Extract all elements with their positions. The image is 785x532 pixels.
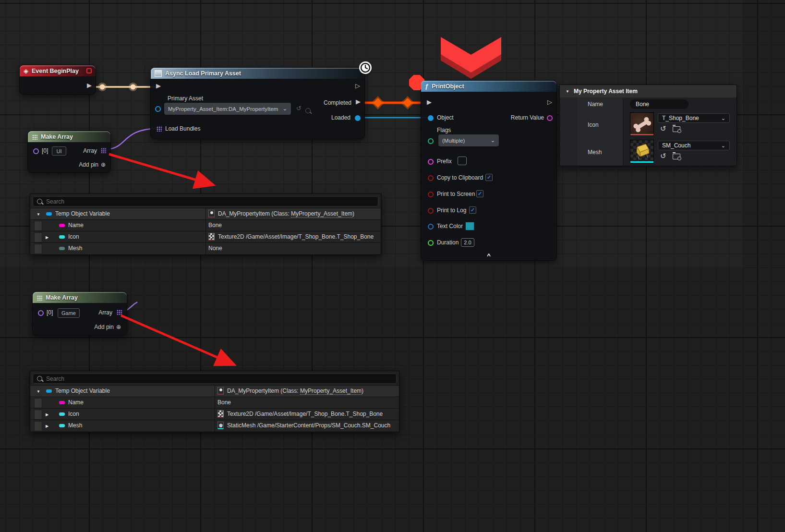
watch-row-name[interactable]: Name Bone: [30, 397, 399, 409]
node-header: ◈ Event BeginPlay: [20, 65, 96, 76]
array-out-pin[interactable]: [116, 309, 122, 315]
flags-label: Flags: [437, 127, 451, 133]
row-gutter: [560, 138, 578, 166]
exec-out-pin[interactable]: ▶: [87, 82, 92, 88]
node-make-array-top[interactable]: Make Array [0] UI Array Add pin ⊕: [27, 131, 111, 173]
node-print-object[interactable]: ƒ PrintObject ▶ ▷ Object Return Value Fl…: [421, 80, 557, 261]
expand-icon[interactable]: ▼: [36, 389, 40, 394]
node-event-beginplay[interactable]: ◈ Event BeginPlay ▶: [19, 65, 96, 95]
texture-pill-icon: [59, 235, 65, 239]
name-pill-icon: [59, 224, 65, 227]
class-link[interactable]: MyProperty_Asset_Item: [291, 210, 352, 218]
print-to-screen-checkbox[interactable]: ✓: [476, 190, 483, 197]
exec-in-pin[interactable]: ▶: [156, 83, 161, 89]
icon-asset-value: T_Shop_Bone: [662, 115, 699, 121]
exec-in-pin[interactable]: ▶: [427, 99, 432, 105]
exec-out-pin[interactable]: ▷: [547, 99, 552, 105]
expand-icon[interactable]: ▶: [46, 424, 48, 428]
watch-row-variable[interactable]: ▼ Temp Object Variable DA_MyPropertyItem…: [30, 385, 399, 397]
icon-label: Icon: [577, 111, 623, 138]
browse-to-asset-icon[interactable]: [673, 126, 680, 132]
node-header: Make Array: [28, 131, 110, 142]
add-pin-label: Add pin: [94, 324, 114, 330]
expand-icon[interactable]: ▼: [36, 212, 40, 217]
browse-to-asset-icon[interactable]: [673, 154, 680, 159]
flags-dropdown[interactable]: (Multiple) ⌄: [438, 134, 499, 146]
details-panel-my-property-asset-item[interactable]: ▼ My Property Asset Item Name Bone Icon …: [559, 85, 737, 166]
watch-row-variable[interactable]: ▼ Temp Object Variable DA_MyPropertyItem…: [30, 208, 381, 220]
copy-to-clipboard-pin[interactable]: [428, 175, 434, 181]
watch-row-mesh[interactable]: ▶ Mesh StaticMesh /Game/StarterContent/P…: [30, 420, 399, 432]
print-to-log-checkbox[interactable]: ✓: [469, 206, 476, 214]
search-icon: [37, 199, 42, 204]
expand-icon[interactable]: ▶: [46, 412, 48, 417]
primary-asset-pin[interactable]: [155, 106, 161, 112]
prefix-pin[interactable]: [428, 159, 434, 165]
element-0-input[interactable]: Game: [58, 308, 80, 318]
element-0-value: Game: [61, 310, 76, 316]
search-input[interactable]: Search: [33, 374, 397, 384]
object-pin[interactable]: [428, 115, 434, 121]
node-make-array-bottom[interactable]: Make Array [0] Game Array Add pin ⊕: [32, 291, 127, 336]
load-bundles-array-pin[interactable]: [156, 126, 162, 132]
browse-asset-icon[interactable]: [305, 108, 311, 113]
name-input[interactable]: Bone: [630, 99, 688, 109]
text-color-label: Text Color: [437, 223, 463, 230]
element-0-pin[interactable]: [33, 148, 39, 154]
class-link[interactable]: MyProperty_Asset_Item: [300, 387, 362, 395]
mesh-thumbnail[interactable]: [630, 140, 654, 163]
print-to-screen-pin[interactable]: [428, 192, 434, 197]
loaded-pin[interactable]: [355, 115, 361, 121]
completed-exec-pin[interactable]: ▶: [356, 98, 361, 105]
add-pin-button[interactable]: Add pin ⊕: [79, 161, 106, 168]
primary-asset-dropdown[interactable]: MyProperty_Asset_Item:DA_MyPropertyItem …: [164, 103, 291, 115]
function-icon: ƒ: [425, 83, 428, 90]
watch-row-mesh[interactable]: Mesh None: [30, 242, 381, 254]
red-arrow-top: [109, 154, 211, 184]
node-async-load-primary-asset[interactable]: Async Load Primary Asset ▶ ▷ Primary Ass…: [150, 67, 365, 139]
prefix-input[interactable]: [458, 157, 467, 165]
expand-icon[interactable]: ▶: [46, 235, 48, 240]
text-color-swatch[interactable]: [465, 222, 474, 230]
completed-label: Completed: [324, 99, 351, 106]
duration-input[interactable]: 2.0: [461, 238, 474, 247]
element-0-pin[interactable]: [38, 310, 44, 316]
object-pill-icon: [46, 212, 52, 216]
mesh-asset-dropdown[interactable]: SM_Couch ⌄: [658, 141, 730, 150]
copy-to-clipboard-checkbox[interactable]: ✓: [485, 174, 493, 181]
element-0-input[interactable]: UI: [52, 146, 66, 156]
element-0-label: [0]: [47, 309, 53, 316]
icon-thumbnail[interactable]: [630, 112, 654, 136]
row-value-cell: Bone: [624, 97, 737, 111]
duration-pin[interactable]: [428, 240, 434, 246]
watch-panel-bottom[interactable]: Search ▼ Temp Object Variable DA_MyPrope…: [30, 371, 399, 432]
watch-row-icon[interactable]: ▶ Icon Texture2D /Game/Asset/Image/T_Sho…: [30, 231, 381, 243]
row-value-cell: SM_Couch ⌄ ↺: [624, 138, 737, 166]
check-icon: ✓: [478, 191, 482, 197]
expand-icon[interactable]: ▼: [566, 89, 569, 94]
macro-icon: [155, 70, 162, 77]
collapse-pins-button[interactable]: ^: [487, 252, 491, 259]
duration-value: 2.0: [464, 240, 471, 245]
watch-row-icon[interactable]: ▶ Icon Texture2D /Game/Asset/Image/T_Sho…: [30, 408, 399, 420]
search-placeholder: Search: [46, 198, 64, 205]
details-title: My Property Asset Item: [574, 88, 638, 95]
text-color-pin[interactable]: [428, 224, 434, 230]
row-label: Name: [68, 222, 84, 229]
icon-asset-dropdown[interactable]: T_Shop_Bone ⌄: [658, 113, 730, 123]
return-value-pin[interactable]: [547, 115, 553, 121]
watch-panel-top[interactable]: Search ▼ Temp Object Variable DA_MyPrope…: [30, 193, 381, 255]
watch-row-name[interactable]: Name Bone: [30, 219, 381, 231]
details-header[interactable]: ▼ My Property Asset Item: [560, 85, 737, 98]
name-value: Bone: [636, 101, 649, 108]
reset-asset-icon[interactable]: ↺: [296, 105, 302, 112]
exec-out-pin[interactable]: ▷: [355, 83, 360, 89]
use-selected-asset-icon[interactable]: ↺: [660, 125, 666, 132]
check-icon: ✓: [487, 174, 491, 181]
use-selected-asset-icon[interactable]: ↺: [660, 153, 666, 159]
array-out-pin[interactable]: [100, 147, 106, 153]
print-to-log-pin[interactable]: [428, 208, 434, 214]
flags-pin[interactable]: [428, 138, 434, 144]
add-pin-button[interactable]: Add pin ⊕: [94, 324, 121, 330]
search-input[interactable]: Search: [33, 196, 378, 206]
